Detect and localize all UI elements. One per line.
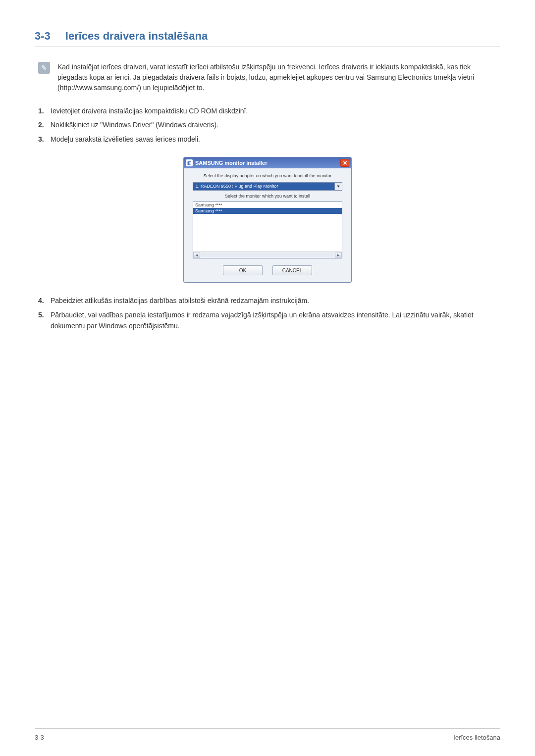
adapter-label: Select the display adapter on which you … xyxy=(193,173,342,178)
steps-list-2: Pabeidziet atlikušās instalācijas darbīb… xyxy=(38,295,500,331)
section-title: Ierīces draivera instalēšana xyxy=(65,30,208,43)
note-icon: ✎ xyxy=(38,62,50,74)
installer-screenshot: ◧ SAMSUNG monitor installer ✕ Select the… xyxy=(183,157,352,283)
note-text: Kad instalējat ierīces draiveri, varat i… xyxy=(57,62,500,93)
horizontal-scrollbar[interactable]: ◄ ► xyxy=(193,252,342,258)
step-item: Pabeidziet atlikušās instalācijas darbīb… xyxy=(38,295,500,306)
chevron-down-icon[interactable]: ▼ xyxy=(334,183,342,190)
scroll-track[interactable] xyxy=(200,252,335,258)
window-title: SAMSUNG monitor installer xyxy=(195,160,340,166)
section-number: 3-3 xyxy=(35,30,51,43)
section-header: 3-3 Ierīces draivera instalēšana xyxy=(35,30,500,47)
step-item: Modeļu sarakstā izvēlieties savas ierīce… xyxy=(38,134,500,145)
footer-right: Ierīces lietošana xyxy=(453,734,500,741)
installer-window: ◧ SAMSUNG monitor installer ✕ Select the… xyxy=(183,157,352,283)
step-item: Noklikšķiniet uz "Windows Driver" (Windo… xyxy=(38,119,500,130)
list-item-selected[interactable]: Samsung **** xyxy=(193,208,342,214)
dropdown-value: 1. RADEON 9550 : Plug and Play Monitor xyxy=(193,183,334,190)
step-text: Modeļu sarakstā izvēlieties savas ierīce… xyxy=(51,134,200,145)
titlebar: ◧ SAMSUNG monitor installer ✕ xyxy=(184,157,351,168)
step-item: Pārbaudiet, vai vadības paneļa iestatīju… xyxy=(38,309,500,332)
adapter-dropdown[interactable]: 1. RADEON 9550 : Plug and Play Monitor ▼ xyxy=(193,182,342,191)
monitor-listbox[interactable]: Samsung **** Samsung **** ◄ ► xyxy=(193,202,342,258)
ok-button[interactable]: OK xyxy=(223,265,263,275)
button-row: OK CANCEL xyxy=(193,265,342,275)
page-footer: 3-3 Ierīces lietošana xyxy=(35,728,500,741)
scroll-left-icon[interactable]: ◄ xyxy=(193,252,200,258)
footer-left: 3-3 xyxy=(35,734,44,741)
app-icon: ◧ xyxy=(186,159,193,166)
step-text: Pabeidziet atlikušās instalācijas darbīb… xyxy=(51,295,309,306)
installer-body: Select the display adapter on which you … xyxy=(184,168,351,282)
step-text: Pārbaudiet, vai vadības paneļa iestatīju… xyxy=(51,309,500,332)
steps-list-1: Ievietojiet draivera instalācijas kompak… xyxy=(38,105,500,145)
step-text: Ievietojiet draivera instalācijas kompak… xyxy=(51,105,248,116)
cancel-button[interactable]: CANCEL xyxy=(272,265,312,275)
list-item[interactable]: Samsung **** xyxy=(193,202,342,208)
step-item: Ievietojiet draivera instalācijas kompak… xyxy=(38,105,500,116)
close-icon[interactable]: ✕ xyxy=(340,159,349,167)
note-block: ✎ Kad instalējat ierīces draiveri, varat… xyxy=(38,62,500,93)
step-text: Noklikšķiniet uz "Windows Driver" (Windo… xyxy=(51,119,218,130)
monitor-label: Select the monitor which you want to ins… xyxy=(193,194,342,199)
scroll-right-icon[interactable]: ► xyxy=(335,252,342,258)
